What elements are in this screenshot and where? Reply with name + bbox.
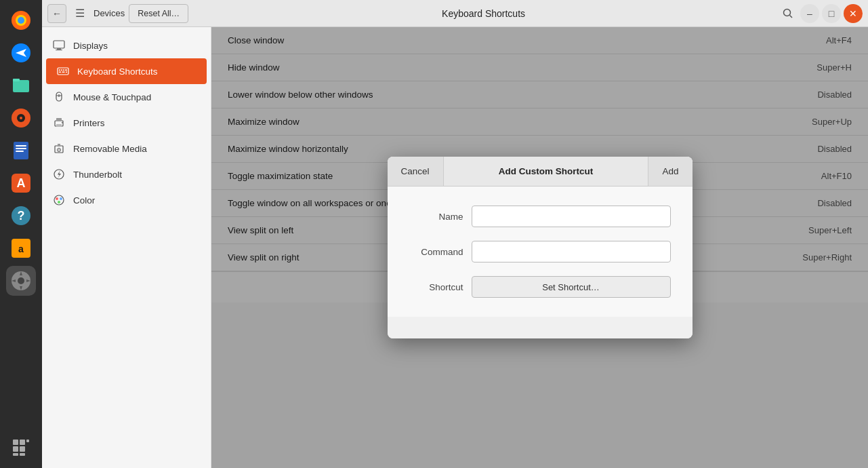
shortcut-label: Shortcut	[409, 282, 463, 292]
svg-rect-40	[66, 72, 67, 73]
svg-rect-32	[56, 50, 62, 50]
sidebar-item-keyboard-shortcuts[interactable]: Keyboard Shortcuts	[46, 58, 207, 84]
window-title: Keyboard Shortcuts	[188, 8, 779, 19]
svg-rect-26	[13, 453, 18, 456]
modal-title: Add Custom Shortcut	[444, 157, 648, 186]
back-button[interactable]: ←	[47, 4, 66, 23]
svg-rect-25	[20, 446, 25, 452]
modal-cancel-button[interactable]: Cancel	[388, 157, 444, 186]
svg-point-56	[58, 201, 60, 203]
command-field-row: Command	[409, 241, 671, 262]
shortcut-field-row: Shortcut Set Shortcut…	[409, 276, 671, 298]
sidebar-item-color[interactable]: Color	[42, 187, 211, 213]
name-input[interactable]	[472, 206, 671, 227]
minimize-button[interactable]: –	[800, 4, 819, 23]
sidebar-item-printers[interactable]: Printers	[42, 110, 211, 136]
sidebar-item-displays[interactable]: Displays	[42, 33, 211, 58]
set-shortcut-button[interactable]: Set Shortcut…	[472, 276, 671, 298]
keyboard-icon	[57, 65, 69, 77]
svg-point-54	[56, 197, 58, 200]
add-custom-shortcut-dialog: Cancel Add Custom Shortcut Add Name Comm…	[388, 157, 693, 338]
removable-media-icon	[53, 142, 65, 155]
sidebar-item-mouse-touchpad[interactable]: Mouse & Touchpad	[42, 84, 211, 110]
printer-icon	[53, 117, 65, 129]
shortcuts-panel[interactable]: Close window Alt+F4 Hide window Super+H …	[211, 27, 868, 468]
dock-item-rhythmbox[interactable]	[6, 103, 36, 133]
modal-backdrop: Cancel Add Custom Shortcut Add Name Comm…	[211, 27, 868, 468]
dock-item-firefox[interactable]	[6, 5, 36, 35]
sidebar-label-color: Color	[73, 195, 95, 206]
svg-text:A: A	[17, 176, 26, 190]
sidebar: Displays Keyboard Shortcuts	[42, 27, 211, 468]
svg-line-29	[790, 15, 793, 18]
sidebar-label-mouse-touchpad: Mouse & Touchpad	[73, 92, 151, 102]
svg-rect-38	[59, 72, 61, 73]
thunderbolt-icon	[53, 168, 65, 180]
svg-rect-49	[58, 144, 60, 147]
reset-all-button[interactable]: Reset All…	[129, 4, 188, 23]
svg-point-20	[18, 277, 24, 284]
svg-text:a: a	[18, 243, 24, 254]
svg-rect-24	[13, 446, 18, 452]
section-label: Devices	[94, 8, 125, 18]
modal-body: Name Command Shortcut Set Shortcut…	[388, 187, 693, 317]
svg-point-8	[20, 117, 22, 119]
dock-item-thunderbird[interactable]	[6, 38, 36, 68]
svg-rect-27	[20, 453, 25, 456]
svg-rect-46	[56, 124, 62, 127]
name-field-row: Name	[409, 206, 671, 227]
dock-item-appstore[interactable]: A	[6, 168, 36, 198]
modal-header: Cancel Add Custom Shortcut Add	[388, 157, 693, 187]
svg-point-2	[18, 17, 24, 24]
close-button[interactable]: ✕	[844, 4, 863, 23]
maximize-button[interactable]: □	[822, 4, 841, 23]
svg-rect-11	[16, 148, 26, 149]
sidebar-item-thunderbolt[interactable]: Thunderbolt	[42, 161, 211, 187]
sidebar-item-removable-media[interactable]: Removable Media	[42, 136, 211, 161]
dock-item-writer[interactable]	[6, 136, 36, 165]
svg-point-55	[60, 197, 62, 200]
modal-add-button[interactable]: Add	[648, 157, 692, 186]
dock-item-settings[interactable]	[6, 266, 36, 296]
sidebar-label-thunderbolt: Thunderbolt	[73, 170, 122, 180]
application-dock: A ? a	[0, 0, 42, 468]
search-button[interactable]	[779, 4, 798, 23]
name-label: Name	[409, 212, 463, 222]
titlebar: ← ☰ Devices Reset All… Keyboard Shortcut…	[42, 0, 868, 27]
sidebar-label-displays: Displays	[73, 41, 108, 51]
mouse-icon	[53, 91, 65, 103]
svg-rect-12	[16, 151, 24, 152]
command-input[interactable]	[472, 241, 671, 262]
svg-rect-45	[56, 118, 62, 121]
main-window: ← ☰ Devices Reset All… Keyboard Shortcut…	[42, 0, 868, 468]
dock-item-amazon[interactable]: a	[6, 233, 36, 263]
svg-rect-33	[58, 68, 68, 75]
menu-button[interactable]: ☰	[70, 4, 89, 23]
svg-rect-5	[13, 79, 20, 81]
displays-icon	[53, 39, 65, 52]
svg-point-28	[784, 9, 791, 16]
svg-rect-21	[13, 440, 18, 445]
svg-rect-10	[16, 145, 26, 147]
color-icon	[53, 194, 65, 206]
svg-rect-47	[62, 122, 63, 123]
svg-rect-39	[62, 72, 65, 73]
dock-item-help[interactable]: ?	[6, 201, 36, 231]
svg-rect-23	[26, 440, 29, 442]
command-label: Command	[409, 247, 463, 257]
dock-item-apps[interactable]	[6, 433, 36, 463]
svg-text:?: ?	[18, 209, 25, 222]
dock-item-files[interactable]	[6, 71, 36, 100]
sidebar-label-printers: Printers	[73, 118, 105, 128]
content-area: Displays Keyboard Shortcuts	[42, 27, 868, 468]
svg-rect-31	[57, 48, 61, 50]
svg-rect-37	[65, 70, 67, 71]
svg-rect-4	[13, 80, 29, 92]
svg-rect-34	[59, 70, 60, 71]
svg-rect-35	[61, 70, 62, 71]
sidebar-label-keyboard-shortcuts: Keyboard Shortcuts	[77, 66, 158, 77]
svg-rect-36	[63, 70, 64, 71]
svg-rect-22	[20, 440, 25, 445]
modal-footer	[388, 317, 693, 338]
svg-rect-30	[54, 41, 64, 48]
